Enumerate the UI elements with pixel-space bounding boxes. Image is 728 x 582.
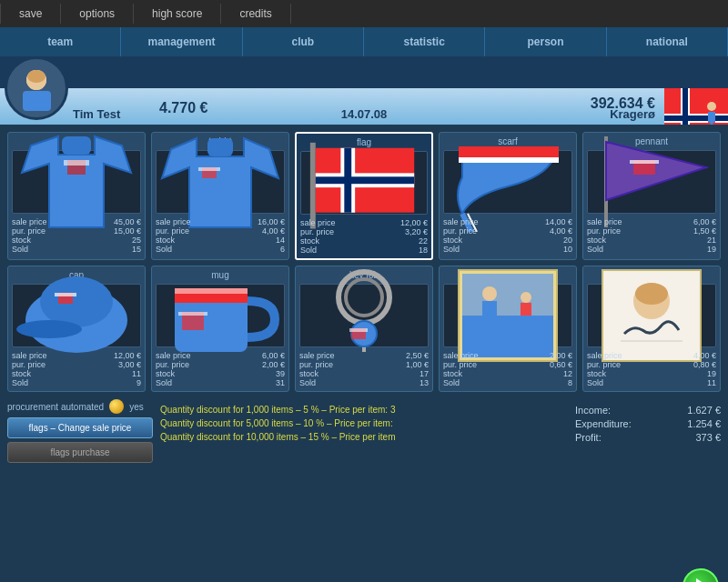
expenditure-label: Expenditure:	[575, 418, 632, 429]
nav-national[interactable]: national	[607, 27, 728, 56]
pur-price-value: 15,00 €	[114, 226, 141, 236]
stock-label: stock	[443, 369, 462, 378]
nav-team[interactable]: team	[0, 27, 121, 56]
top-nav-options[interactable]: options	[61, 4, 134, 24]
svg-rect-10	[708, 112, 715, 123]
pur-price-value: 1,50 €	[693, 226, 716, 236]
merch-item-scarf[interactable]: scarf sale price14,00 € pur. price4,00 €…	[439, 132, 577, 260]
svg-rect-27	[459, 146, 559, 157]
sale-price-label: sale price	[12, 217, 47, 226]
procurement-value: yes	[129, 402, 144, 412]
content-area: jersey sale price45,00 € pur. price15,00…	[0, 125, 728, 582]
merch-image	[12, 150, 141, 214]
top-nav-credits[interactable]: credits	[221, 4, 290, 24]
nav-management[interactable]: management	[121, 27, 242, 56]
svg-point-37	[16, 320, 82, 338]
svg-rect-1	[23, 91, 51, 111]
profit-value: 373 €	[695, 432, 721, 443]
stock-label: stock	[587, 369, 606, 378]
procurement-toggle[interactable]	[109, 399, 124, 414]
date-display: 14.07.08	[341, 107, 388, 121]
merch-item-jersey[interactable]: jersey sale price45,00 € pur. price15,00…	[7, 132, 146, 260]
sale-price-label: sale price	[156, 351, 191, 360]
sold-label: Sold	[587, 378, 603, 387]
bottom-section: procurement automated yes flags – Change…	[7, 399, 721, 499]
top-nav-save[interactable]: save	[0, 4, 61, 24]
stock-label: stock	[299, 369, 318, 378]
pur-price-value: 4,00 €	[262, 226, 285, 236]
change-sale-price-button[interactable]: flags – Change sale price	[7, 417, 153, 438]
merch-item-cap[interactable]: cap sale price12,00 € pur. price3,00 € s…	[7, 266, 146, 392]
financials-panel: Income: 1.627 € Expenditure: 1.254 € Pro…	[575, 399, 721, 499]
merch-item-flag[interactable]: flag sale price12,00 € pur. price3,20 € …	[295, 132, 433, 260]
sale-price-value: 16,00 €	[258, 217, 285, 226]
pur-price-value: 3,20 €	[405, 227, 428, 236]
pur-price-label: pur. price	[443, 360, 477, 369]
merch-image	[587, 150, 716, 214]
sale-price-value: 2,00 €	[550, 351, 572, 360]
svg-rect-56	[482, 301, 497, 316]
merch-image	[156, 150, 285, 214]
pur-price-label: pur. price	[587, 226, 621, 236]
merch-item-mug[interactable]: mug sale price6,00 € pur. price2,00 € st…	[151, 266, 289, 392]
svg-rect-18	[207, 138, 233, 156]
sold-label: Sold	[12, 378, 28, 387]
sale-price-value: 12,00 €	[400, 218, 428, 227]
merch-image	[443, 150, 572, 214]
pur-price-label: pur. price	[12, 360, 46, 369]
nav-person[interactable]: person	[485, 27, 606, 56]
nav-club[interactable]: club	[243, 27, 364, 56]
merch-item-pennant[interactable]: pennant sale price6,00 € pur. price1,50 …	[582, 132, 721, 260]
svg-rect-14	[62, 136, 91, 155]
sold-label: Sold	[587, 245, 603, 254]
sale-price-label: sale price	[12, 351, 47, 360]
svg-rect-39	[55, 293, 76, 296]
stock-value: 14	[276, 236, 285, 245]
sale-price-label: sale price	[300, 218, 336, 227]
svg-rect-20	[198, 167, 220, 171]
stock-value: 25	[132, 236, 141, 245]
pur-price-label: pur. price	[12, 226, 46, 236]
pur-price-label: pur. price	[443, 226, 477, 236]
player-bar: 4.770 € Tim Test 14.07.08 392.634 € Krag…	[0, 88, 728, 125]
discount-3: Quantity discount for 10,000 items – 15 …	[160, 432, 568, 442]
sold-label: Sold	[443, 245, 460, 254]
player-name: Tim Test	[73, 107, 120, 121]
stock-label: stock	[443, 236, 462, 245]
merch-item-poster[interactable]: poster sale price2,00 € pur. price0,60 €…	[439, 266, 577, 392]
sold-value: 10	[563, 245, 572, 254]
merch-item-autograph[interactable]: autograph sale price4,00 € pur. price0,8…	[582, 266, 721, 392]
sold-label: Sold	[443, 378, 460, 387]
pur-price-value: 0,80 €	[693, 360, 716, 369]
play-button[interactable]	[682, 568, 719, 582]
discounts-panel: Quantity discount for 1,000 items – 5 % …	[160, 399, 568, 499]
sold-label: Sold	[300, 246, 317, 255]
nav-statistic[interactable]: statistic	[364, 27, 485, 56]
sold-value: 11	[707, 378, 716, 387]
sold-value: 6	[280, 245, 285, 254]
merchandise-grid: jersey sale price45,00 € pur. price15,00…	[7, 132, 721, 392]
merch-item-t-shirt[interactable]: t-shirt sale price16,00 € pur. price4,00…	[151, 132, 289, 260]
merch-item-key-fob[interactable]: key fob sale price2,50 € pur. price1,00 …	[295, 266, 433, 392]
expenditure-value: 1.254 €	[687, 418, 721, 429]
top-nav-highscore[interactable]: high score	[134, 4, 221, 24]
stock-label: stock	[300, 236, 319, 246]
stock-value: 21	[707, 236, 716, 245]
sold-label: Sold	[299, 378, 316, 387]
purchase-button[interactable]: flags purchase	[7, 442, 153, 463]
income-value: 1.627 €	[687, 405, 721, 416]
sold-value: 31	[276, 378, 285, 387]
stock-label: stock	[587, 236, 606, 245]
sold-label: Sold	[156, 378, 172, 387]
sold-value: 8	[568, 378, 572, 387]
stock-value: 12	[563, 369, 572, 378]
sale-price-label: sale price	[587, 351, 622, 360]
sale-price-value: 14,00 €	[545, 217, 572, 226]
merch-image	[12, 284, 141, 347]
sale-price-value: 12,00 €	[114, 351, 141, 360]
balance-left: 4.770 €	[159, 100, 207, 116]
sold-value: 9	[136, 378, 141, 387]
player-avatar	[5, 56, 68, 120]
pur-price-label: pur. price	[156, 226, 189, 236]
sale-price-value: 6,00 €	[262, 351, 285, 360]
